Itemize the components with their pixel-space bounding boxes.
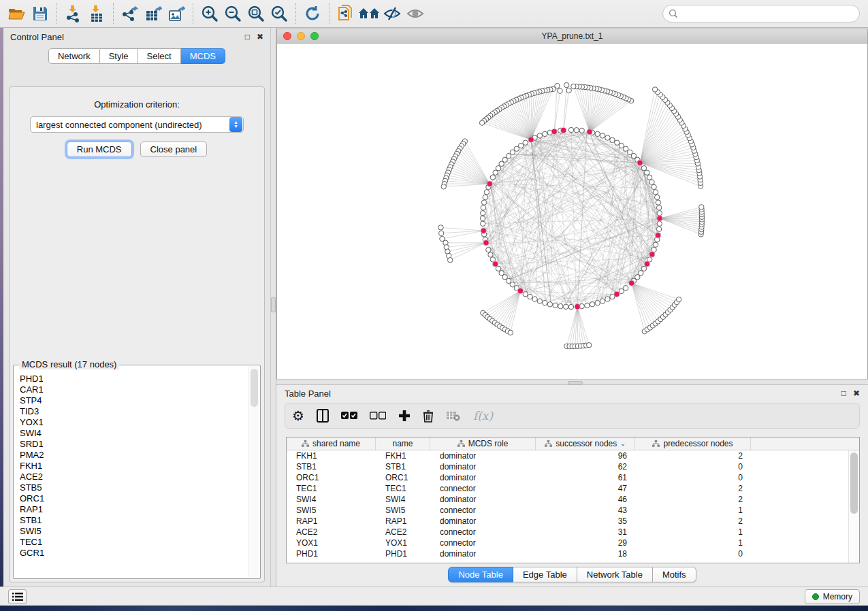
node[interactable] bbox=[543, 131, 547, 136]
node[interactable] bbox=[508, 330, 513, 335]
tab-select[interactable]: Select bbox=[138, 48, 181, 64]
table-cell[interactable]: SWI5 bbox=[287, 505, 376, 516]
node[interactable] bbox=[605, 297, 610, 301]
zoom-selected-button[interactable] bbox=[268, 3, 291, 24]
table-cell[interactable]: 0 bbox=[635, 472, 751, 483]
mcds-result-item[interactable]: STP4 bbox=[20, 395, 259, 406]
zoom-in-button[interactable] bbox=[198, 3, 221, 24]
column-header-successor-nodes[interactable]: successor nodes⌄ bbox=[536, 437, 635, 450]
mcds-result-item[interactable]: STB5 bbox=[20, 482, 259, 493]
node[interactable] bbox=[624, 286, 628, 291]
node[interactable] bbox=[645, 170, 649, 175]
table-cell[interactable]: dominator bbox=[430, 450, 536, 461]
first-neighbors-button[interactable] bbox=[357, 3, 381, 24]
float-panel-icon[interactable]: □ bbox=[245, 33, 250, 41]
node[interactable] bbox=[619, 143, 624, 148]
mcds-hub-node[interactable] bbox=[551, 129, 557, 134]
table-cell[interactable]: SWI5 bbox=[376, 505, 430, 516]
table-cell[interactable]: ACE2 bbox=[287, 527, 376, 538]
zoom-out-button[interactable] bbox=[221, 3, 244, 24]
network-canvas[interactable] bbox=[277, 44, 867, 379]
select-all-button[interactable] bbox=[341, 407, 357, 425]
node[interactable] bbox=[605, 135, 610, 140]
node[interactable] bbox=[558, 303, 563, 308]
node[interactable] bbox=[490, 175, 495, 180]
node[interactable] bbox=[438, 225, 443, 230]
node[interactable] bbox=[653, 242, 658, 247]
export-table-button[interactable] bbox=[142, 3, 165, 24]
table-cell[interactable]: 35 bbox=[536, 516, 635, 527]
mcds-result-item[interactable]: CAR1 bbox=[20, 384, 259, 395]
table-cell[interactable]: RAP1 bbox=[287, 516, 376, 527]
mcds-hub-node[interactable] bbox=[517, 288, 523, 293]
table-row[interactable]: STB1STB1dominator620 bbox=[287, 461, 848, 472]
split-grip-icon[interactable] bbox=[271, 297, 276, 312]
table-cell[interactable]: ORC1 bbox=[376, 472, 430, 483]
node[interactable] bbox=[600, 133, 605, 138]
table-cell[interactable]: 62 bbox=[536, 461, 635, 472]
table-cell[interactable]: STB1 bbox=[376, 461, 430, 472]
table-cell[interactable]: SWI4 bbox=[287, 494, 376, 505]
node[interactable] bbox=[441, 184, 446, 189]
node[interactable] bbox=[532, 297, 537, 301]
node[interactable] bbox=[537, 299, 542, 303]
table-cell[interactable]: 2 bbox=[635, 516, 751, 527]
zoom-fit-button[interactable] bbox=[244, 3, 268, 24]
node[interactable] bbox=[481, 221, 485, 226]
table-row[interactable]: SWI5SWI5connector431 bbox=[287, 505, 848, 516]
table-cell[interactable]: dominator bbox=[430, 516, 536, 527]
close-panel-icon[interactable]: ✖ bbox=[853, 389, 860, 397]
mcds-result-item[interactable]: ACE2 bbox=[20, 472, 259, 482]
node[interactable] bbox=[547, 302, 552, 307]
table-cell[interactable]: 96 bbox=[536, 450, 635, 461]
mcds-result-item[interactable]: TID3 bbox=[20, 406, 259, 417]
mcds-list-scrollbar[interactable] bbox=[248, 366, 259, 578]
node[interactable] bbox=[558, 88, 562, 93]
mcds-result-item[interactable]: STB1 bbox=[20, 515, 259, 526]
node[interactable] bbox=[480, 216, 485, 220]
node[interactable] bbox=[486, 247, 491, 252]
table-scrollbar[interactable] bbox=[848, 450, 859, 563]
node[interactable] bbox=[641, 266, 646, 271]
tab-node-table[interactable]: Node Table bbox=[448, 567, 513, 582]
tab-style[interactable]: Style bbox=[100, 48, 138, 64]
node[interactable] bbox=[657, 221, 662, 226]
mcds-hub-node[interactable] bbox=[629, 280, 634, 286]
mcds-hub-node[interactable] bbox=[649, 252, 655, 257]
search-input[interactable] bbox=[682, 9, 854, 18]
table-cell[interactable]: 61 bbox=[536, 472, 635, 483]
column-header-predecessor-nodes[interactable]: predecessor nodes bbox=[635, 437, 751, 450]
table-cell[interactable]: 47 bbox=[536, 483, 635, 494]
mcds-hub-node[interactable] bbox=[493, 261, 498, 267]
node[interactable] bbox=[595, 300, 600, 305]
node[interactable] bbox=[484, 190, 489, 195]
table-row[interactable]: FKH1FKH1dominator962 bbox=[287, 450, 848, 461]
mcds-hub-node[interactable] bbox=[656, 233, 661, 238]
node[interactable] bbox=[488, 252, 493, 257]
node[interactable] bbox=[439, 231, 444, 235]
node[interactable] bbox=[528, 294, 532, 299]
mcds-result-item[interactable]: TEC1 bbox=[20, 537, 259, 548]
node[interactable] bbox=[639, 271, 643, 276]
table-cell[interactable]: ACE2 bbox=[376, 527, 430, 538]
run-mcds-button[interactable]: Run MCDS bbox=[67, 142, 132, 157]
node[interactable] bbox=[510, 282, 515, 287]
table-cell[interactable]: STB1 bbox=[287, 461, 376, 472]
table-cell[interactable]: 2 bbox=[635, 450, 751, 461]
table-cell[interactable]: 1 bbox=[635, 538, 751, 548]
node[interactable] bbox=[631, 153, 636, 158]
table-row[interactable]: SWI4SWI4dominator462 bbox=[287, 494, 848, 505]
node[interactable] bbox=[479, 120, 484, 125]
mcds-hub-node[interactable] bbox=[614, 291, 620, 297]
node[interactable] bbox=[523, 140, 528, 145]
network-window-titlebar[interactable]: YPA_prune.txt_1 bbox=[277, 29, 867, 44]
node[interactable] bbox=[496, 166, 500, 171]
optimization-criterion-select[interactable]: largest connected component (undirected)… bbox=[30, 116, 244, 133]
node[interactable] bbox=[506, 153, 511, 158]
mcds-hub-node[interactable] bbox=[575, 304, 580, 310]
table-cell[interactable]: TEC1 bbox=[376, 483, 430, 494]
node[interactable] bbox=[656, 205, 661, 210]
task-history-button[interactable] bbox=[8, 589, 27, 604]
node[interactable] bbox=[610, 137, 615, 142]
node[interactable] bbox=[537, 133, 542, 138]
